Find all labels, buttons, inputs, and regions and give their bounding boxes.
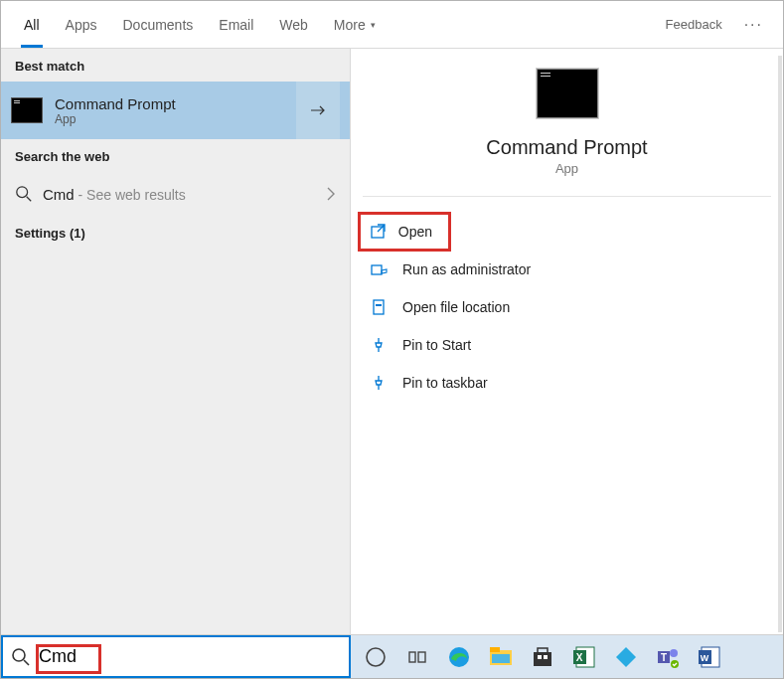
- svg-text:W: W: [701, 653, 709, 663]
- svg-rect-13: [490, 647, 500, 652]
- cmd-preview-icon: [537, 69, 598, 118]
- svg-line-7: [24, 660, 29, 665]
- excel-icon[interactable]: X: [567, 640, 601, 674]
- best-match-subtitle: App: [55, 112, 296, 126]
- pin-icon: [369, 373, 389, 393]
- svg-rect-4: [374, 300, 384, 314]
- settings-header[interactable]: Settings (1): [1, 216, 350, 249]
- tab-documents[interactable]: Documents: [109, 1, 206, 48]
- results-panel: Best match Command Prompt App Search the…: [1, 49, 351, 634]
- tab-all[interactable]: All: [11, 1, 53, 48]
- svg-rect-18: [544, 655, 548, 659]
- store-icon[interactable]: [526, 640, 559, 674]
- action-label: Open: [398, 224, 432, 240]
- search-input[interactable]: [39, 646, 138, 667]
- preview-title: Command Prompt: [486, 136, 647, 159]
- search-web-header: Search the web: [1, 139, 350, 172]
- tab-apps[interactable]: Apps: [53, 1, 110, 48]
- best-match-title: Command Prompt: [55, 95, 296, 112]
- preview-subtitle: App: [555, 161, 578, 176]
- search-icon: [15, 185, 33, 203]
- folder-icon: [369, 297, 389, 317]
- action-label: Run as administrator: [402, 261, 531, 277]
- teams-icon[interactable]: T: [651, 640, 685, 674]
- svg-point-25: [671, 660, 679, 668]
- svg-rect-3: [372, 265, 382, 274]
- taskview-icon[interactable]: [400, 640, 434, 674]
- cmd-icon: [11, 97, 43, 123]
- best-match-result[interactable]: Command Prompt App: [1, 82, 350, 139]
- overflow-menu-icon[interactable]: ···: [734, 16, 773, 34]
- svg-rect-10: [418, 652, 425, 662]
- action-pin-taskbar[interactable]: Pin to taskbar: [351, 364, 783, 402]
- tab-email[interactable]: Email: [206, 1, 266, 48]
- action-label: Open file location: [402, 299, 510, 315]
- search-box[interactable]: [1, 635, 351, 678]
- word-icon[interactable]: W: [693, 640, 726, 674]
- tab-more[interactable]: More▾: [321, 1, 389, 48]
- explorer-icon[interactable]: [484, 640, 518, 674]
- svg-point-8: [367, 648, 385, 666]
- search-icon: [11, 647, 31, 667]
- search-filter-tabs: All Apps Documents Email Web More▾ Feedb…: [1, 1, 783, 49]
- pin-icon: [369, 335, 389, 355]
- best-match-header: Best match: [1, 49, 350, 82]
- svg-rect-16: [538, 648, 548, 653]
- action-open[interactable]: Open: [359, 213, 450, 251]
- tab-web[interactable]: Web: [266, 1, 321, 48]
- svg-point-0: [17, 187, 28, 198]
- svg-line-1: [27, 197, 32, 202]
- chevron-down-icon: ▾: [371, 20, 376, 30]
- open-icon: [369, 222, 389, 242]
- action-open-location[interactable]: Open file location: [351, 288, 783, 326]
- cortana-icon[interactable]: [359, 640, 392, 674]
- action-label: Pin to Start: [402, 337, 471, 353]
- svg-rect-5: [376, 304, 382, 306]
- web-result[interactable]: Cmd - See web results: [1, 172, 350, 216]
- action-pin-start[interactable]: Pin to Start: [351, 326, 783, 364]
- svg-point-6: [13, 649, 25, 661]
- feedback-link[interactable]: Feedback: [654, 17, 734, 32]
- svg-point-23: [670, 649, 678, 657]
- edge-icon[interactable]: [442, 640, 476, 674]
- svg-rect-15: [534, 652, 551, 666]
- svg-rect-9: [409, 652, 415, 662]
- taskbar: X T W: [351, 635, 783, 678]
- admin-icon: [369, 259, 389, 279]
- svg-rect-14: [492, 654, 510, 663]
- preview-panel: Command Prompt App Open Run as administr…: [351, 49, 783, 634]
- svg-text:X: X: [576, 652, 583, 663]
- arrow-right-icon[interactable]: [296, 82, 340, 139]
- chevron-right-icon: [326, 186, 336, 202]
- svg-text:T: T: [661, 652, 667, 663]
- svg-rect-17: [538, 655, 542, 659]
- action-label: Pin to taskbar: [402, 375, 488, 391]
- scrollbar[interactable]: [778, 56, 782, 632]
- action-run-admin[interactable]: Run as administrator: [351, 251, 783, 288]
- kodi-icon[interactable]: [609, 640, 643, 674]
